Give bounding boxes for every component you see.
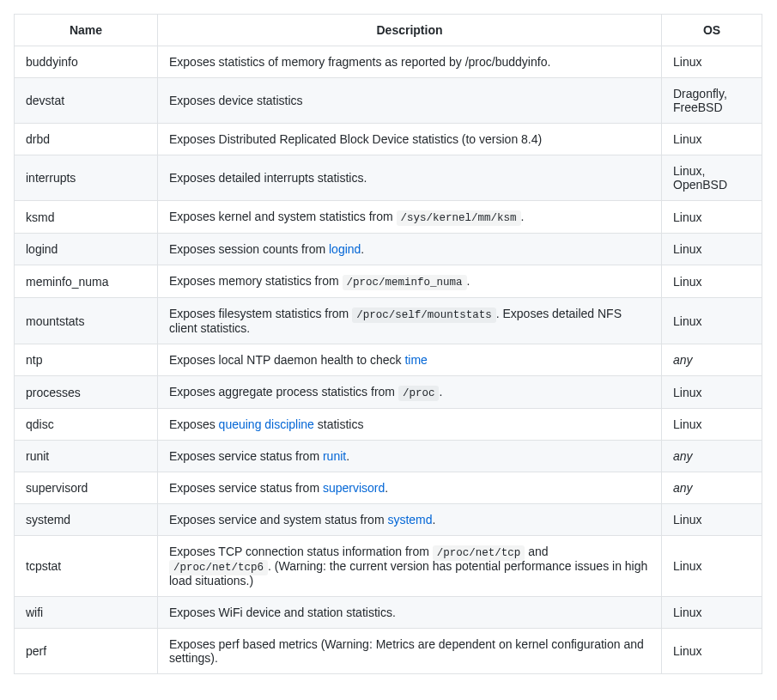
cell-os: Linux — [662, 234, 762, 265]
cell-description: Exposes filesystem statistics from /proc… — [158, 298, 662, 344]
cell-os: Linux — [662, 536, 762, 597]
table-header-row: Name Description OS — [15, 15, 762, 46]
cell-os: Linux — [662, 124, 762, 155]
description-text: . — [433, 513, 436, 527]
cell-os: Linux — [662, 629, 762, 674]
cell-description: Exposes Distributed Replicated Block Dev… — [158, 124, 662, 155]
table-row: buddyinfoExposes statistics of memory fr… — [15, 46, 762, 78]
description-text: . — [346, 449, 349, 463]
cell-name: processes — [15, 376, 158, 409]
cell-os: Linux — [662, 298, 762, 344]
cell-name: devstat — [15, 78, 158, 124]
table-row: runitExposes service status from runit.a… — [15, 441, 762, 472]
cell-name: qdisc — [15, 409, 158, 441]
code-path: /sys/kernel/mm/ksm — [397, 210, 521, 226]
description-link[interactable]: time — [404, 353, 427, 367]
cell-description: Exposes service status from supervisord. — [158, 472, 662, 504]
cell-os: any — [662, 472, 762, 504]
cell-name: systemd — [15, 504, 158, 536]
cell-description: Exposes session counts from logind. — [158, 234, 662, 265]
description-text: . — [385, 481, 388, 495]
cell-description: Exposes service and system status from s… — [158, 504, 662, 536]
description-link[interactable]: queuing discipline — [219, 417, 314, 431]
cell-os: Linux — [662, 504, 762, 536]
description-text: Exposes statistics of memory fragments a… — [169, 55, 550, 69]
code-path: /proc — [398, 386, 440, 401]
table-row: systemdExposes service and system status… — [15, 504, 762, 536]
header-description: Description — [158, 15, 662, 46]
table-row: supervisordExposes service status from s… — [15, 472, 762, 504]
cell-name: mountstats — [15, 298, 158, 344]
table-row: mountstatsExposes filesystem statistics … — [15, 298, 762, 344]
cell-description: Exposes memory statistics from /proc/mem… — [158, 265, 662, 298]
cell-description: Exposes statistics of memory fragments a… — [158, 46, 662, 78]
cell-description: Exposes TCP connection status informatio… — [158, 536, 662, 597]
table-row: interruptsExposes detailed interrupts st… — [15, 155, 762, 201]
description-text: Exposes service and system status from — [169, 513, 387, 527]
table-row: drbdExposes Distributed Replicated Block… — [15, 124, 762, 155]
description-text: and — [525, 545, 548, 558]
description-text: Exposes memory statistics from — [169, 274, 343, 288]
header-name: Name — [15, 15, 158, 46]
description-text: . — [439, 385, 442, 399]
cell-name: buddyinfo — [15, 46, 158, 78]
table-row: perfExposes perf based metrics (Warning:… — [15, 629, 762, 674]
table-row: qdiscExposes queuing discipline statisti… — [15, 409, 762, 441]
cell-name: logind — [15, 234, 158, 265]
cell-os: Linux — [662, 376, 762, 409]
description-text: Exposes detailed interrupts statistics. — [169, 171, 367, 185]
cell-name: drbd — [15, 124, 158, 155]
description-text: Exposes kernel and system statistics fro… — [169, 210, 397, 223]
cell-description: Exposes local NTP daemon health to check… — [158, 344, 662, 376]
description-text: Exposes session counts from — [169, 242, 329, 256]
description-link[interactable]: runit — [323, 449, 346, 463]
description-text: Exposes Distributed Replicated Block Dev… — [169, 132, 542, 146]
cell-name: wifi — [15, 597, 158, 629]
cell-os: Linux — [662, 597, 762, 629]
table-row: ksmdExposes kernel and system statistics… — [15, 201, 762, 234]
cell-name: ksmd — [15, 201, 158, 234]
description-link[interactable]: logind — [329, 242, 361, 256]
cell-description: Exposes kernel and system statistics fro… — [158, 201, 662, 234]
cell-name: runit — [15, 441, 158, 472]
cell-name: interrupts — [15, 155, 158, 201]
cell-description: Exposes aggregate process statistics fro… — [158, 376, 662, 409]
description-text: Exposes service status from — [169, 481, 323, 495]
table-row: ntpExposes local NTP daemon health to ch… — [15, 344, 762, 376]
cell-description: Exposes service status from runit. — [158, 441, 662, 472]
cell-description: Exposes WiFi device and station statisti… — [158, 597, 662, 629]
cell-os: Linux, OpenBSD — [662, 155, 762, 201]
os-italic: any — [673, 481, 693, 495]
table-row: devstatExposes device statisticsDragonfl… — [15, 78, 762, 124]
cell-os: Linux — [662, 265, 762, 298]
table-row: logindExposes session counts from logind… — [15, 234, 762, 265]
os-italic: any — [673, 449, 693, 463]
cell-os: Linux — [662, 201, 762, 234]
description-text: Exposes local NTP daemon health to check — [169, 353, 404, 367]
header-os: OS — [662, 15, 762, 46]
os-italic: any — [673, 353, 693, 367]
cell-name: meminfo_numa — [15, 265, 158, 298]
description-text: Exposes TCP connection status informatio… — [169, 545, 433, 558]
cell-os: Linux — [662, 409, 762, 441]
cell-name: tcpstat — [15, 536, 158, 597]
cell-name: ntp — [15, 344, 158, 376]
cell-os: Linux — [662, 46, 762, 78]
description-text: Exposes service status from — [169, 449, 323, 463]
table-row: processesExposes aggregate process stati… — [15, 376, 762, 409]
code-path: /proc/self/mountstats — [352, 307, 496, 323]
cell-description: Exposes detailed interrupts statistics. — [158, 155, 662, 201]
collectors-table: Name Description OS buddyinfoExposes sta… — [14, 14, 762, 674]
cell-os: any — [662, 344, 762, 376]
description-link[interactable]: systemd — [387, 513, 432, 527]
description-link[interactable]: supervisord — [323, 481, 385, 495]
cell-name: perf — [15, 629, 158, 674]
description-text: Exposes device statistics — [169, 94, 303, 107]
table-row: tcpstatExposes TCP connection status inf… — [15, 536, 762, 597]
cell-name: supervisord — [15, 472, 158, 504]
cell-description: Exposes device statistics — [158, 78, 662, 124]
description-text: Exposes filesystem statistics from — [169, 307, 352, 320]
description-text: Exposes WiFi device and station statisti… — [169, 606, 396, 619]
cell-os: Dragonfly, FreeBSD — [662, 78, 762, 124]
description-text: . — [521, 210, 525, 223]
